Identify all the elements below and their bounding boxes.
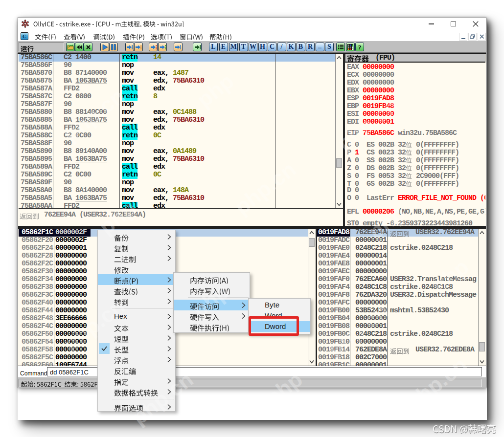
- svg-text:?: ?: [358, 44, 362, 50]
